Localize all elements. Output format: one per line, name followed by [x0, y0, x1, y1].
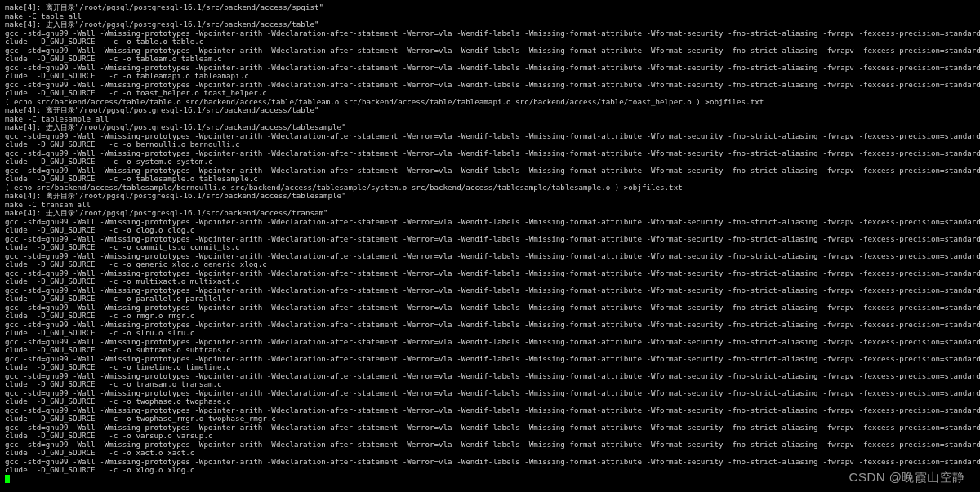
cursor — [5, 475, 10, 483]
terminal-output[interactable]: make[4]: 离开目录"/root/pgsql/postgresql-16.… — [0, 0, 980, 486]
csdn-watermark: CSDN @晚霞山空静 — [849, 470, 965, 485]
